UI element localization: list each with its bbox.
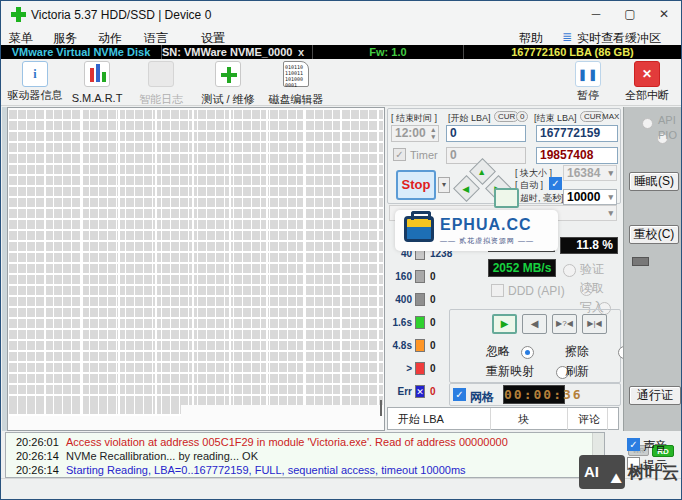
api-label: API [658,114,676,126]
cur-value-badge[interactable]: 0 [516,111,528,122]
read-label: 读取 [580,280,604,297]
grid-label[interactable]: 网格 [470,389,494,406]
close-button[interactable]: ✕ [647,1,681,27]
right-sidebar: API PIO 睡眠(S) 重校(C) WR RD 通行证 [623,107,682,431]
stop-button[interactable]: Stop [396,170,436,200]
timer-checkbox[interactable] [393,148,406,161]
disk-editor-button[interactable]: 010110 110011 101000 0001 磁盘编辑器 [263,61,329,105]
device-firmware: Fw: 1.0 [313,46,463,58]
ignore-label[interactable]: 忽略 [486,343,510,360]
bin-color-swatch [415,316,425,329]
block-map-panel[interactable] [7,107,385,431]
log-panel[interactable]: 20:26:01 Access violation at address 005… [5,432,605,478]
verify-label: 验证 [580,261,604,278]
current-lba-input[interactable]: 19857408 [536,147,618,164]
speed-readout: 2052 MB/s [488,259,556,277]
smart-log-button: 智能日志 [129,61,193,105]
map-scroll-thumb[interactable] [380,400,382,416]
chevron-down-icon[interactable]: ▾ [608,206,613,220]
defect-col-start-lba: 开始 LBA [398,412,444,427]
chevron-down-icon[interactable]: ▾ [608,190,613,204]
stop-dropdown-icon[interactable]: ▾ [438,177,450,193]
scanned-blocks-partial-row [9,405,181,416]
chevron-down-icon: ▾ [608,166,613,180]
ephua-subtitle: —— 贰花虚拟资源网 —— [440,236,534,246]
scanned-blocks-grid [9,110,383,405]
end-time-label: [ 结束时间 ] [391,112,437,125]
pause-button[interactable]: ❚❚ 暂停 [563,61,613,105]
remap-label[interactable]: 重新映射 [486,363,534,380]
ai-brand-text: 树叶云 [628,461,679,484]
progress-percent: 11.8 % [560,237,618,254]
erase-label[interactable]: 擦除 [565,343,589,360]
ephua-watermark: EPHUA.CC —— 贰花虚拟资源网 —— [395,210,558,251]
error-x-icon: ✕ [415,385,425,398]
defect-col-block: 块 [518,412,529,427]
toolbar: i 驱动器信息 S.M.A.R.T 智能日志 测试 / 维修 010110 11… [1,59,681,106]
busy-led [632,257,649,266]
victoria-window: Victoria 5.37 HDD/SSD | Device 0 ─ ▢ ✕ 菜… [0,0,682,500]
passport-button[interactable]: 通行证 [629,386,681,405]
drive-info-icon: i [22,61,48,87]
bin-color-swatch [415,270,425,283]
defect-col-comment: 评论 [578,412,600,427]
end-lba-input[interactable]: 167772159 [536,125,618,142]
pio-label: PIO [658,129,677,141]
histogram-row: 160 0 [389,269,485,283]
device-info-bar: VMware Virtual NVMe Disk SN: VMWare NVME… [1,45,681,59]
first-aid-icon [215,61,241,87]
device-serial: SN: VMWare NVME_0000 [162,46,290,58]
api-radio [642,118,653,129]
skip-end-button[interactable]: ▶|◀ [582,314,607,334]
histogram-row: 400 0 [389,292,485,306]
timer-label: Timer [410,149,438,161]
sound-label[interactable]: 声音 [643,438,667,455]
max-label[interactable]: MAX [602,112,619,121]
elapsed-clock: 00:00:36 [503,385,565,404]
skip-question-button[interactable]: ▶?◀ [552,314,577,334]
sleep-button[interactable]: 睡眠(S) [629,172,679,191]
spinner-arrows-icon[interactable]: ▴▾ [431,126,435,140]
auto-label: [ 自动 ] [515,179,543,192]
ddd-api-label: DDD (API) [508,284,565,298]
start-lba-label: [开始 LBA] [448,112,491,125]
smart-icon [84,61,110,87]
auto-checkbox[interactable] [549,177,562,190]
defect-table[interactable]: 开始 LBA 块 评论 [387,407,619,430]
back-button[interactable]: ◀ [522,314,547,334]
maximize-button[interactable]: ▢ [613,1,647,27]
binary-icon: 010110 110011 101000 0001 [283,61,309,87]
abort-all-button[interactable]: ✕ 全部中断 [617,61,677,105]
test-repair-button[interactable]: 测试 / 维修 [195,61,261,105]
menu-bar: 菜单 服务 动作 语言 设置 帮助 ≣ 实时查看缓冲区 [1,29,681,45]
block-size-combo: 16384▾ [563,165,617,181]
timeout-combo[interactable]: 10000▾ [563,189,617,205]
drive-info-button[interactable]: i 驱动器信息 [3,61,67,105]
pause-icon: ❚❚ [575,61,601,87]
title-bar: Victoria 5.37 HDD/SSD | Device 0 ─ ▢ ✕ [1,1,681,29]
end-lba-label: [结束 LBA] [534,112,577,125]
bin-color-swatch [415,339,425,352]
abort-icon: ✕ [634,61,660,87]
serial-x-badge[interactable]: x [290,46,312,58]
toolbox-icon [404,216,434,242]
play-button[interactable]: ▶ [492,314,517,334]
sound-checkbox[interactable] [627,438,640,451]
ephua-title: EPHUA.CC [440,216,532,234]
smart-log-icon [148,61,174,87]
end-time-spinner[interactable]: 12:00 ▴▾ [391,125,439,142]
app-icon [11,7,26,22]
smart-button[interactable]: S.M.A.R.T [65,61,129,105]
window-title: Victoria 5.37 HDD/SSD | Device 0 [31,8,211,22]
mountain-icon: ⛰ [610,470,622,487]
buffer-list-icon: ≣ [562,30,572,44]
start-lba-input[interactable]: 0 [446,125,526,142]
ddd-api-checkbox [491,284,504,297]
grid-checkbox[interactable] [453,388,466,401]
refresh-label[interactable]: 刷新 [565,363,589,380]
recalibrate-button[interactable]: 重校(C) [629,225,679,244]
minimize-button[interactable]: ─ [579,1,613,27]
bin-color-swatch [415,362,425,375]
device-model[interactable]: VMware Virtual NVMe Disk [1,46,161,58]
bin-color-swatch [415,293,425,306]
